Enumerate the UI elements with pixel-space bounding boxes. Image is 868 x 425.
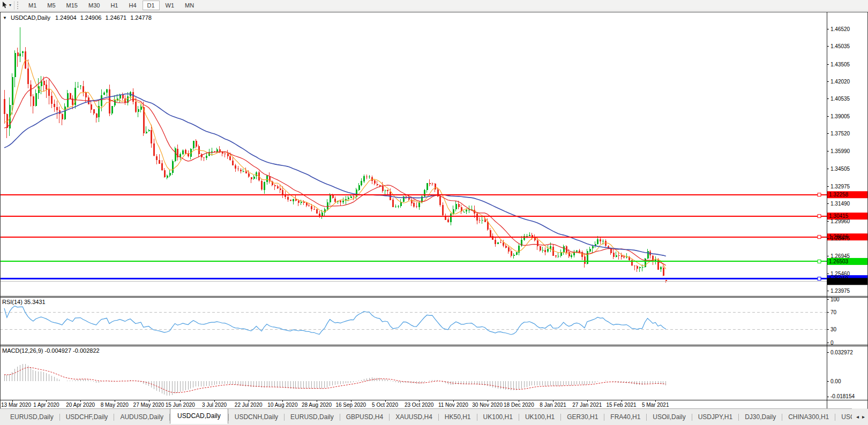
price-tick-label: 1.32975 [830, 184, 850, 189]
chart-tab-china300-h1[interactable]: CHINA300,H1 [782, 411, 835, 423]
date-label: 8 Jan 2021 [540, 402, 566, 408]
timeframe-button-MN[interactable]: MN [180, 1, 199, 10]
pane-separator[interactable] [0, 296, 868, 297]
price-axis-border [827, 12, 827, 408]
chart-tab-ger30-h1[interactable]: GER30,H1 [561, 411, 604, 423]
bear-candle-bodies [4, 51, 667, 282]
date-label: 3 Jul 2020 [202, 402, 227, 408]
chart-tab-audusd-daily[interactable]: AUDUSD,Daily [114, 411, 169, 423]
bull-candle-wicks [10, 27, 661, 272]
rsi-indicator-label: RSI(14) 35.3431 [2, 299, 46, 305]
toolbar-divider [14, 1, 14, 10]
pane-separator[interactable] [0, 297, 868, 298]
horizontal-line-1.25019[interactable]: 1.25019 [0, 275, 868, 282]
chart-tab-usdcnh-daily[interactable]: USDCNH,Daily [229, 411, 284, 423]
chart-tab-usoil-daily[interactable]: USOil,Daily [647, 411, 691, 423]
timeframe-toolbar: ▾ M1M5M15M30H1H4D1W1MN [0, 0, 868, 11]
horizontal-line-1.30415[interactable]: 1.30415 [0, 212, 868, 219]
chart-tab-usdcad-daily[interactable]: USDCAD,Daily [170, 408, 228, 424]
date-label: 23 Oct 2020 [405, 402, 433, 408]
price-tick-label: 1.35990 [830, 148, 850, 154]
chart-tab-dj30-daily[interactable]: DJ30,Daily [739, 411, 782, 423]
timeframe-button-M30[interactable]: M30 [84, 1, 104, 10]
macd-indicator-label: MACD(12,26,9) -0.004927 -0.002822 [2, 347, 100, 354]
date-label: 28 Aug 2020 [302, 402, 332, 408]
cursor-tool-icon[interactable] [1, 2, 9, 9]
timeframe-buttons: M1M5M15M30H1H4D1W1MN [23, 0, 199, 10]
date-label: 15 Feb 2021 [606, 402, 636, 408]
chart-symbol-label: USDCAD,Daily [11, 14, 50, 21]
quote-close: 1.24778 [130, 14, 152, 21]
toolbar-drag-handle[interactable] [17, 2, 20, 9]
price-tick-label: 1.39005 [830, 113, 850, 119]
price-tick-label: 1.46520 [830, 26, 850, 32]
bid-price-badge-label: 1.24778 [829, 278, 849, 284]
timeframe-button-M5[interactable]: M5 [42, 1, 60, 10]
timeframe-button-H1[interactable]: H1 [106, 1, 123, 10]
quote-open: 1.24904 [55, 14, 77, 21]
date-label: 15 Jun 2020 [166, 402, 195, 408]
chart-title: ▼ USDCAD,Daily 1.24904 1.24906 1.24671 1… [3, 14, 155, 21]
macd-pane[interactable]: 0.0329720.00-0.018154 [0, 346, 868, 400]
price-tick-label: 1.29960 [830, 218, 850, 224]
moving-average-45 [4, 94, 666, 256]
rsi-pane[interactable]: 10070300 [0, 298, 868, 345]
line-anchor-handle[interactable] [818, 260, 821, 263]
macd-signal-line [4, 368, 666, 393]
collapse-icon[interactable]: ▼ [3, 16, 7, 20]
chart-tab-eurusd-daily[interactable]: EURUSD,Daily [4, 411, 59, 423]
timeframe-button-W1[interactable]: W1 [161, 1, 179, 10]
line-anchor-handle[interactable] [818, 215, 821, 218]
timeframe-button-M15[interactable]: M15 [62, 1, 83, 10]
price-tick-label: 1.25460 [830, 271, 850, 277]
date-label: 1 Apr 2020 [33, 402, 59, 408]
horizontal-line-1.26503[interactable]: 1.26503 [0, 258, 868, 265]
price-badge-label: 1.32258 [829, 192, 849, 198]
line-anchor-handle[interactable] [818, 236, 821, 239]
timeframe-button-M1[interactable]: M1 [24, 1, 41, 10]
macd-tick-label: 0.032972 [830, 350, 853, 355]
main-price-pane[interactable]: 1.322581.304151.286161.265031.250191.247… [0, 12, 868, 296]
moving-average-6 [4, 60, 666, 269]
date-label: 13 Mar 2020 [1, 402, 31, 408]
chart-tab-bar: EURUSD,DailyUSDCHF,DailyAUDUSD,DailyUSDC… [0, 408, 868, 425]
trading-terminal: ▾ M1M5M15M30H1H4D1W1MN 1.322581.304151.2… [0, 0, 868, 425]
rsi-line [4, 306, 666, 335]
price-tick-label: 1.34505 [830, 166, 850, 172]
rsi-tick-label: 0 [830, 340, 834, 345]
horizontal-line-1.32258[interactable]: 1.32258 [0, 191, 868, 198]
chart-tab-hk50-h1[interactable]: HK50,H1 [439, 411, 477, 423]
chart-tab-uk100-h1[interactable]: UK100,H1 [519, 411, 560, 423]
rsi-tick-label: 100 [830, 298, 840, 302]
chart-tab-xauusd-h4[interactable]: XAUUSD,H4 [390, 411, 438, 423]
timeframe-button-H4[interactable]: H4 [124, 1, 141, 10]
date-label: 8 May 2020 [101, 402, 129, 408]
date-label: 5 Oct 2020 [372, 402, 398, 408]
cursor-tool-dropdown-icon[interactable]: ▾ [9, 3, 11, 7]
price-tick-label: 1.42020 [830, 79, 850, 85]
pane-separator[interactable] [0, 346, 868, 346]
line-anchor-handle[interactable] [818, 277, 821, 280]
line-anchor-handle[interactable] [818, 193, 821, 196]
chart-tab-eurusd-daily[interactable]: EURUSD,Daily [285, 411, 340, 423]
date-label: 27 Jan 2021 [572, 402, 602, 408]
date-label: 27 May 2020 [133, 402, 164, 408]
chart-tab-gbpusd-h4[interactable]: GBPUSD,H4 [340, 411, 389, 423]
macd-tick-label: 0.00 [830, 378, 841, 384]
date-label: 10 Aug 2020 [267, 402, 297, 408]
price-tick-label: 1.28475 [830, 236, 850, 241]
pane-separator[interactable] [0, 345, 868, 345]
chart-tab-usdjpy-h1[interactable]: USDJPY,H1 [692, 411, 738, 423]
date-axis[interactable]: 13 Mar 20201 Apr 202020 Apr 20208 May 20… [0, 400, 827, 408]
tab-scroll-right-button[interactable]: ▸ [862, 414, 865, 420]
tab-scroll-left-button[interactable]: ◂ [856, 414, 859, 420]
chart-tab-usdchf-daily[interactable]: USDCHF,Daily [60, 411, 114, 423]
price-tick-label: 1.31490 [830, 201, 850, 207]
price-tick-label: 1.45035 [830, 43, 850, 49]
macd-tick-label: -0.018154 [830, 393, 855, 399]
chart-tab-fra40-h1[interactable]: FRA40,H1 [604, 411, 646, 423]
date-label: 18 Dec 2020 [504, 402, 534, 408]
chart-tab-uk100-h1[interactable]: UK100,H1 [477, 411, 519, 423]
horizontal-line-1.28616[interactable]: 1.28616 [0, 233, 868, 240]
timeframe-button-D1[interactable]: D1 [143, 1, 160, 10]
